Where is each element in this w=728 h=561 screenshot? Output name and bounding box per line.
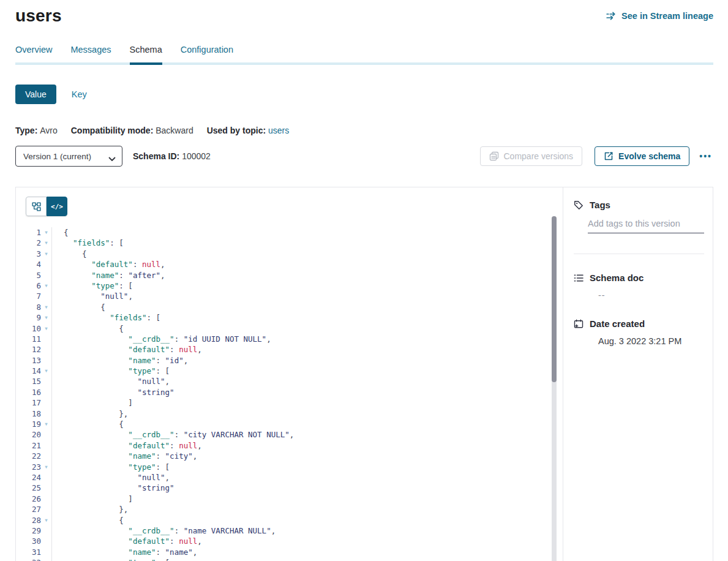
fold-spacer — [41, 440, 51, 451]
tree-view-button[interactable] — [26, 197, 47, 216]
code-line: 14▼ "type": [ — [16, 366, 563, 376]
fold-spacer — [41, 451, 51, 461]
code-line: 25 "string" — [16, 483, 563, 493]
code-view-button[interactable]: </> — [47, 197, 67, 216]
value-key-toggle: Value Key — [15, 85, 713, 104]
evolve-schema-label: Evolve schema — [618, 151, 680, 161]
code-line: 31 "name": "name", — [16, 547, 563, 557]
tab-overview[interactable]: Overview — [15, 45, 52, 62]
fold-spacer — [41, 387, 51, 397]
stream-lineage-link[interactable]: See in Stream lineage — [606, 11, 713, 21]
code-line: 23▼ "type": [ — [16, 462, 563, 472]
line-number: 1 — [16, 227, 41, 238]
code-lines: 1▼{2▼ "fields": [3▼ {4 "default": null,5… — [16, 216, 563, 561]
fold-toggle-icon[interactable]: ▼ — [41, 238, 51, 248]
code-line: 18 }, — [16, 409, 563, 419]
line-number: 27 — [16, 504, 41, 514]
line-number: 32 — [16, 557, 41, 561]
fold-toggle-icon[interactable]: ▼ — [41, 419, 51, 429]
page-header: users See in Stream lineage — [15, 6, 713, 26]
meta-item-0: Type: Avro — [15, 126, 58, 135]
code-line: 8▼ { — [16, 302, 563, 312]
code-line: 19▼ { — [16, 419, 563, 429]
schema-controls: Version 1 (current) Schema ID: 100002 Co… — [15, 146, 713, 167]
topic-link[interactable]: users — [268, 126, 289, 135]
line-number: 26 — [16, 494, 41, 504]
line-number: 25 — [16, 483, 41, 493]
stream-lineage-label: See in Stream lineage — [621, 11, 713, 21]
schema-id-label: Schema ID: — [133, 151, 179, 161]
fold-spacer — [41, 291, 51, 301]
tab-messages[interactable]: Messages — [70, 45, 111, 62]
tab-schema[interactable]: Schema — [130, 45, 162, 65]
line-number: 22 — [16, 451, 41, 461]
tab-configuration[interactable]: Configuration — [181, 45, 233, 62]
date-created-section: Date created Aug. 3 2022 3:21 PM — [574, 318, 713, 346]
editor-view-toggle: </> — [26, 197, 67, 216]
code-line: 22 "name": "city", — [16, 451, 563, 461]
tags-section-header: Tags — [574, 200, 713, 210]
line-number: 15 — [16, 376, 41, 386]
compare-versions-label: Compare versions — [504, 151, 574, 161]
line-number: 19 — [16, 419, 41, 429]
fold-spacer — [41, 547, 51, 557]
date-created-value: Aug. 3 2022 3:21 PM — [598, 336, 713, 346]
meta-item-2: Used by topic: users — [207, 126, 290, 135]
compare-versions-icon — [489, 151, 499, 161]
line-number: 28 — [16, 515, 41, 525]
editor-scrollbar-thumb[interactable] — [552, 216, 557, 382]
fold-toggle-icon[interactable]: ▼ — [41, 323, 51, 334]
code-line: 3▼ { — [16, 249, 563, 259]
fold-spacer — [41, 472, 51, 483]
fold-spacer — [41, 525, 51, 536]
code-line: 13 "name": "id", — [16, 355, 563, 366]
fold-spacer — [41, 344, 51, 355]
compare-versions-button[interactable]: Compare versions — [480, 146, 583, 166]
code-line: 6▼ "type": [ — [16, 280, 563, 291]
fold-toggle-icon[interactable]: ▼ — [41, 462, 51, 472]
key-toggle-button[interactable]: Key — [72, 89, 87, 99]
code-line: 5 "name": "after", — [16, 270, 563, 280]
version-select[interactable]: Version 1 (current) — [15, 146, 122, 167]
line-number: 9 — [16, 312, 41, 323]
fold-spacer — [41, 259, 51, 269]
fold-toggle-icon[interactable]: ▼ — [41, 249, 51, 259]
fold-spacer — [41, 409, 51, 419]
fold-toggle-icon[interactable]: ▼ — [41, 227, 51, 238]
code-line: 16 "string" — [16, 387, 563, 397]
line-number: 20 — [16, 429, 41, 440]
fold-toggle-icon[interactable]: ▼ — [41, 312, 51, 323]
fold-toggle-icon[interactable]: ▼ — [41, 557, 51, 561]
sidebar-divider — [574, 254, 704, 254]
editor-scrollbar-track[interactable] — [552, 216, 557, 561]
tree-view-icon — [32, 202, 41, 211]
fold-toggle-icon[interactable]: ▼ — [41, 515, 51, 525]
calendar-plus-icon — [574, 319, 584, 329]
line-number: 17 — [16, 397, 41, 408]
fold-toggle-icon[interactable]: ▼ — [41, 366, 51, 376]
line-number: 13 — [16, 355, 41, 366]
evolve-schema-button[interactable]: Evolve schema — [595, 146, 689, 166]
code-line: 21 "default": null, — [16, 440, 563, 451]
more-options-button[interactable]: ••• — [698, 151, 713, 161]
fold-spacer — [41, 429, 51, 440]
page-title: users — [15, 6, 62, 26]
code-line: 9▼ "fields": [ — [16, 312, 563, 323]
value-toggle-button[interactable]: Value — [15, 85, 56, 104]
add-tags-input[interactable] — [588, 219, 704, 233]
fold-toggle-icon[interactable]: ▼ — [41, 280, 51, 291]
date-created-title: Date created — [590, 318, 645, 329]
fold-toggle-icon[interactable]: ▼ — [41, 302, 51, 312]
schema-id: Schema ID: 100002 — [133, 151, 211, 161]
line-number: 18 — [16, 409, 41, 419]
schema-doc-value: -- — [598, 290, 713, 300]
code-line: 32▼ "type": [ — [16, 557, 563, 561]
schema-id-value: 100002 — [182, 151, 211, 161]
fold-spacer — [41, 355, 51, 366]
code-view-icon: </> — [51, 203, 63, 211]
code-line: 7 "null", — [16, 291, 563, 301]
line-number: 14 — [16, 366, 41, 376]
line-number: 10 — [16, 323, 41, 334]
line-number: 31 — [16, 547, 41, 557]
fold-spacer — [41, 270, 51, 280]
